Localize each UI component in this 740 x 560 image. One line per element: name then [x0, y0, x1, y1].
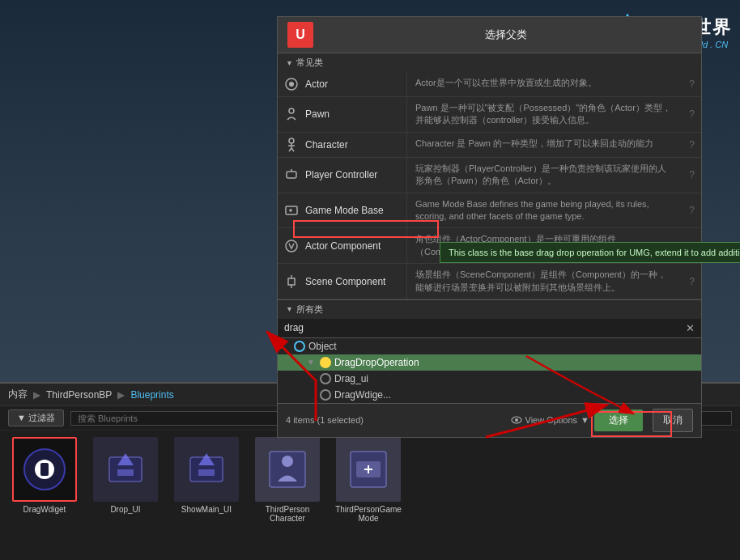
svg-line-10 — [291, 148, 294, 151]
eye-icon — [511, 414, 522, 426]
asset-item-showmainui[interactable]: ShowMain_UI — [170, 437, 243, 523]
svg-point-32 — [282, 456, 293, 467]
svg-rect-17 — [288, 278, 295, 285]
view-options-label: View Options — [525, 415, 578, 425]
player-controller-help-icon: ? — [683, 158, 701, 193]
character-icon — [284, 138, 299, 152]
breadcrumb-thirdbp[interactable]: ThirdPersonBP — [46, 389, 112, 401]
svg-point-16 — [286, 240, 297, 252]
asset-item-thirdpersongamemode[interactable]: ThirdPersonGame Mode — [332, 437, 405, 523]
class-item-pawn-left: Pawn — [278, 97, 407, 132]
dialog-bottom-row: 4 items (1 selected) View Options ▼ 选择 取… — [278, 403, 701, 437]
item-count-label: 4 items (1 selected) — [286, 415, 364, 425]
asset-label-showmainui: ShowMain_UI — [181, 505, 232, 514]
actor-component-class-name: Actor Component — [305, 240, 381, 252]
asset-thumb-thirdpersongamemode — [336, 437, 401, 502]
tree-item-dragui[interactable]: Drag_ui — [278, 371, 701, 387]
character-class-name: Character — [305, 139, 348, 151]
all-classes-triangle-icon: ▼ — [286, 305, 293, 313]
dialog-title: 选择父类 — [320, 28, 691, 42]
actor-icon — [284, 77, 299, 91]
select-button[interactable]: 选择 — [594, 409, 643, 431]
tree-item-object[interactable]: Object — [278, 338, 701, 354]
character-class-desc: Character 是 Pawn 的一种类型，增加了可以来回走动的能力 — [407, 133, 683, 157]
blueprint-icon-gamemode — [344, 445, 393, 494]
tree-item-dragwidge[interactable]: DragWdige... — [278, 387, 701, 403]
player-controller-icon — [284, 168, 299, 182]
cancel-button[interactable]: 取消 — [653, 409, 693, 432]
assets-grid: DragWdiget Drop_UI ShowMai — [0, 431, 740, 529]
unreal-logo-icon: U — [287, 22, 313, 48]
view-options-chevron-icon: ▼ — [581, 415, 589, 425]
actor-class-desc: Actor是一个可以在世界中放置或生成的对象。 — [407, 72, 683, 96]
actor-component-class-desc: 角色组件（ActorComponent）是一种可重用的组件（Component）… — [407, 228, 683, 263]
dragwidge-label: DragWdige... — [334, 389, 391, 401]
dragwidge-icon — [320, 389, 331, 401]
select-parent-dialog: U 选择父类 ▼ 常见类 Actor Actor是一个可以在世界中放置或生成的对… — [277, 16, 702, 438]
class-item-actor-component[interactable]: Actor Component 角色组件（ActorComponent）是一种可… — [278, 228, 701, 264]
dialog-title-bar: U 选择父类 — [278, 17, 701, 53]
svg-rect-24 — [40, 463, 49, 476]
class-item-player-controller[interactable]: Player Controller 玩家控制器（PlayerController… — [278, 158, 701, 193]
scene-component-class-desc: 场景组件（SceneComponent）是组件（Component）的一种，能够… — [407, 264, 683, 299]
view-options-button[interactable]: View Options ▼ — [511, 414, 590, 426]
class-item-pawn[interactable]: Pawn Pawn 是一种可以"被支配（Possessed）"的角色（Actor… — [278, 97, 701, 133]
breadcrumb-sep-2: ▶ — [117, 389, 125, 401]
actor-help-icon: ? — [683, 72, 701, 96]
asset-item-dropui[interactable]: Drop_UI — [89, 437, 162, 523]
asset-thumb-dragwdiget — [12, 437, 77, 502]
class-item-player-controller-left: Player Controller — [278, 158, 407, 193]
pawn-icon — [284, 107, 299, 121]
player-controller-class-desc: 玩家控制器（PlayerController）是一种负责控制该玩家使用的人形角色… — [407, 158, 683, 193]
breadcrumb-blueprints[interactable]: Blueprints — [130, 389, 173, 401]
scene-component-help-icon: ? — [683, 264, 701, 299]
expand-icon: ▼ — [307, 358, 315, 367]
search-row: ✕ — [278, 319, 701, 338]
dragdrop-label: DragDropOperation — [334, 357, 419, 368]
asset-label-dragwdiget: DragWdiget — [23, 505, 66, 514]
blueprint-icon-dragwdiget — [20, 445, 69, 494]
class-item-actor[interactable]: Actor Actor是一个可以在世界中放置或生成的对象。 ? — [278, 72, 701, 97]
asset-label-thirdpersongamemode: ThirdPersonGame Mode — [332, 505, 405, 523]
class-item-character[interactable]: Character Character 是 Pawn 的一种类型，增加了可以来回… — [278, 133, 701, 158]
svg-rect-11 — [287, 172, 296, 178]
dragui-icon — [320, 373, 331, 384]
asset-thumb-thirdpersoncharacter — [255, 437, 320, 502]
asset-label-dropui: Drop_UI — [110, 505, 140, 514]
object-icon — [294, 341, 305, 352]
breadcrumb-content: 内容 — [8, 388, 28, 401]
dragui-label: Drag_ui — [334, 373, 368, 384]
class-item-character-left: Character — [278, 133, 407, 157]
scene-component-icon — [284, 274, 299, 289]
class-item-game-mode[interactable]: Game Mode Base Game Mode Base defines th… — [278, 193, 701, 229]
dialog-actions: View Options ▼ 选择 取消 — [511, 409, 694, 432]
dragdrop-icon — [320, 357, 331, 368]
game-mode-help-icon: ? — [683, 193, 701, 228]
svg-point-21 — [515, 418, 518, 422]
search-clear-button[interactable]: ✕ — [686, 322, 695, 334]
class-search-input[interactable] — [284, 322, 681, 333]
svg-rect-30 — [198, 469, 215, 476]
filter-button[interactable]: ▼ 过滤器 — [8, 409, 64, 426]
player-controller-class-name: Player Controller — [305, 169, 377, 180]
common-section-label: 常见类 — [296, 57, 323, 69]
asset-label-thirdpersoncharacter: ThirdPerson Character — [251, 505, 324, 523]
asset-item-dragwdiget[interactable]: DragWdiget — [8, 437, 81, 523]
scene-component-class-name: Scene Component — [305, 276, 385, 287]
game-mode-class-desc: Game Mode Base defines the game being pl… — [407, 193, 683, 228]
svg-point-6 — [289, 138, 294, 143]
asset-item-thirdpersoncharacter[interactable]: ThirdPerson Character — [251, 437, 324, 523]
svg-rect-27 — [117, 469, 134, 476]
tree-item-dragdrop[interactable]: ▼ DragDropOperation — [278, 354, 701, 371]
svg-point-5 — [289, 108, 294, 113]
class-item-scene-component[interactable]: Scene Component 场景组件（SceneComponent）是组件（… — [278, 264, 701, 299]
class-tree: Object ▼ DragDropOperation Drag_ui DragW… — [278, 338, 701, 403]
class-item-game-mode-left: Game Mode Base — [278, 193, 407, 228]
object-label: Object — [308, 341, 337, 352]
class-item-scene-component-left: Scene Component — [278, 264, 407, 299]
game-mode-icon — [284, 203, 299, 218]
actor-component-help-icon: ? — [683, 228, 701, 263]
svg-point-4 — [289, 82, 294, 87]
blueprint-icon-showmainui — [182, 445, 231, 494]
all-section-label: 所有类 — [296, 303, 323, 316]
